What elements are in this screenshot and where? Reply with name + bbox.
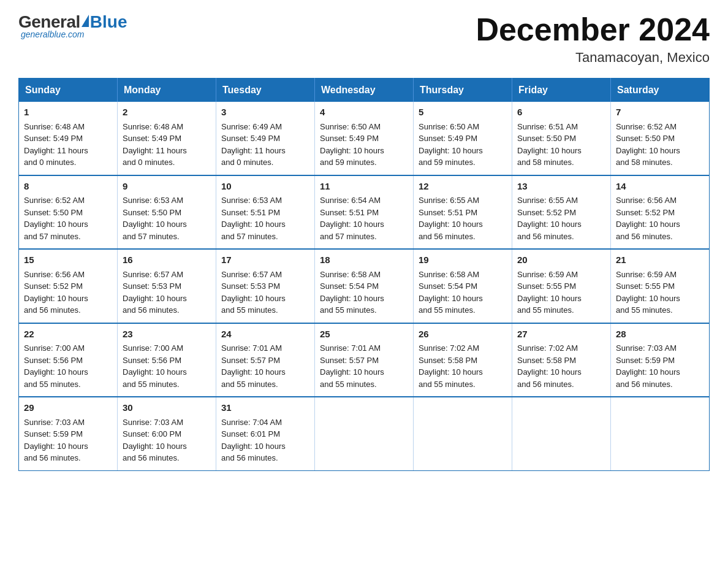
calendar-week-row: 1Sunrise: 6:48 AMSunset: 5:49 PMDaylight…	[19, 102, 710, 175]
day-number: 5	[419, 105, 507, 120]
calendar-cell: 24Sunrise: 7:01 AMSunset: 5:57 PMDayligh…	[216, 323, 315, 397]
calendar-cell	[611, 397, 710, 470]
day-number: 23	[123, 327, 211, 342]
day-number: 25	[320, 327, 408, 342]
logo-triangle-icon	[82, 15, 89, 27]
day-number: 31	[221, 401, 309, 415]
day-info: Sunrise: 6:51 AMSunset: 5:50 PMDaylight:…	[517, 122, 582, 167]
day-info: Sunrise: 7:02 AMSunset: 5:58 PMDaylight:…	[517, 343, 582, 389]
day-info: Sunrise: 6:53 AMSunset: 5:50 PMDaylight:…	[123, 196, 187, 241]
day-info: Sunrise: 6:56 AMSunset: 5:52 PMDaylight:…	[616, 196, 680, 241]
day-number: 14	[616, 180, 704, 194]
day-number: 3	[221, 105, 309, 120]
calendar-cell: 22Sunrise: 7:00 AMSunset: 5:56 PMDayligh…	[19, 323, 118, 397]
day-info: Sunrise: 6:55 AMSunset: 5:51 PMDaylight:…	[419, 196, 483, 241]
day-number: 11	[320, 180, 408, 194]
calendar-cell: 5Sunrise: 6:50 AMSunset: 5:49 PMDaylight…	[414, 102, 512, 175]
day-info: Sunrise: 6:50 AMSunset: 5:49 PMDaylight:…	[419, 122, 483, 167]
day-info: Sunrise: 7:03 AMSunset: 5:59 PMDaylight:…	[616, 343, 680, 389]
day-number: 21	[616, 253, 704, 267]
calendar-cell: 31Sunrise: 7:04 AMSunset: 6:01 PMDayligh…	[216, 397, 315, 470]
day-number: 4	[320, 105, 408, 120]
calendar-cell: 7Sunrise: 6:52 AMSunset: 5:50 PMDaylight…	[611, 102, 710, 175]
calendar-cell: 30Sunrise: 7:03 AMSunset: 6:00 PMDayligh…	[118, 397, 216, 470]
day-number: 13	[517, 180, 605, 194]
day-info: Sunrise: 6:58 AMSunset: 5:54 PMDaylight:…	[419, 270, 483, 315]
calendar-cell: 14Sunrise: 6:56 AMSunset: 5:52 PMDayligh…	[611, 175, 710, 250]
day-number: 22	[24, 327, 112, 342]
day-number: 26	[419, 327, 507, 342]
calendar-cell: 25Sunrise: 7:01 AMSunset: 5:57 PMDayligh…	[315, 323, 414, 397]
day-info: Sunrise: 7:03 AMSunset: 6:00 PMDaylight:…	[123, 418, 187, 463]
day-number: 12	[419, 180, 507, 194]
calendar-cell: 29Sunrise: 7:03 AMSunset: 5:59 PMDayligh…	[19, 397, 118, 470]
calendar-table: SundayMondayTuesdayWednesdayThursdayFrid…	[18, 78, 710, 471]
calendar-cell: 6Sunrise: 6:51 AMSunset: 5:50 PMDaylight…	[512, 102, 611, 175]
calendar-week-row: 22Sunrise: 7:00 AMSunset: 5:56 PMDayligh…	[19, 323, 710, 397]
calendar-cell: 18Sunrise: 6:58 AMSunset: 5:54 PMDayligh…	[315, 249, 414, 323]
day-info: Sunrise: 7:00 AMSunset: 5:56 PMDaylight:…	[24, 343, 88, 389]
header-tuesday: Tuesday	[216, 79, 315, 102]
calendar-cell	[512, 397, 611, 470]
calendar-cell: 21Sunrise: 6:59 AMSunset: 5:55 PMDayligh…	[611, 249, 710, 323]
day-info: Sunrise: 7:01 AMSunset: 5:57 PMDaylight:…	[221, 343, 286, 389]
calendar-cell: 1Sunrise: 6:48 AMSunset: 5:49 PMDaylight…	[19, 102, 118, 175]
month-title: December 2024	[476, 12, 710, 47]
day-info: Sunrise: 6:59 AMSunset: 5:55 PMDaylight:…	[616, 270, 680, 315]
calendar-header-row: SundayMondayTuesdayWednesdayThursdayFrid…	[19, 79, 710, 102]
day-info: Sunrise: 7:03 AMSunset: 5:59 PMDaylight:…	[24, 418, 88, 463]
day-info: Sunrise: 7:04 AMSunset: 6:01 PMDaylight:…	[221, 418, 286, 463]
day-number: 28	[616, 327, 704, 342]
day-number: 6	[517, 105, 605, 120]
day-info: Sunrise: 7:01 AMSunset: 5:57 PMDaylight:…	[320, 343, 384, 389]
day-number: 15	[24, 253, 112, 267]
calendar-cell: 11Sunrise: 6:54 AMSunset: 5:51 PMDayligh…	[315, 175, 414, 250]
header-monday: Monday	[118, 79, 216, 102]
day-number: 2	[123, 105, 211, 120]
day-number: 30	[123, 401, 211, 415]
day-number: 19	[419, 253, 507, 267]
day-number: 18	[320, 253, 408, 267]
calendar-cell: 9Sunrise: 6:53 AMSunset: 5:50 PMDaylight…	[118, 175, 216, 250]
day-info: Sunrise: 6:50 AMSunset: 5:49 PMDaylight:…	[320, 122, 384, 167]
calendar-cell: 8Sunrise: 6:52 AMSunset: 5:50 PMDaylight…	[19, 175, 118, 250]
header-wednesday: Wednesday	[315, 79, 414, 102]
title-block: December 2024 Tanamacoyan, Mexico	[476, 12, 710, 66]
day-info: Sunrise: 6:57 AMSunset: 5:53 PMDaylight:…	[123, 270, 187, 315]
calendar-cell: 16Sunrise: 6:57 AMSunset: 5:53 PMDayligh…	[118, 249, 216, 323]
day-info: Sunrise: 6:57 AMSunset: 5:53 PMDaylight:…	[221, 270, 286, 315]
day-number: 29	[24, 401, 112, 415]
day-number: 8	[24, 180, 112, 194]
calendar-week-row: 8Sunrise: 6:52 AMSunset: 5:50 PMDaylight…	[19, 175, 710, 250]
calendar-week-row: 15Sunrise: 6:56 AMSunset: 5:52 PMDayligh…	[19, 249, 710, 323]
calendar-cell: 12Sunrise: 6:55 AMSunset: 5:51 PMDayligh…	[414, 175, 512, 250]
day-number: 16	[123, 253, 211, 267]
day-number: 9	[123, 180, 211, 194]
day-number: 1	[24, 105, 112, 120]
header-friday: Friday	[512, 79, 611, 102]
calendar-week-row: 29Sunrise: 7:03 AMSunset: 5:59 PMDayligh…	[19, 397, 710, 470]
day-number: 27	[517, 327, 605, 342]
day-number: 24	[221, 327, 309, 342]
calendar-cell: 27Sunrise: 7:02 AMSunset: 5:58 PMDayligh…	[512, 323, 611, 397]
page-header: General Blue generalblue.com December 20…	[18, 12, 710, 66]
day-info: Sunrise: 6:53 AMSunset: 5:51 PMDaylight:…	[221, 196, 286, 241]
day-number: 17	[221, 253, 309, 267]
location-title: Tanamacoyan, Mexico	[476, 50, 710, 66]
calendar-cell: 19Sunrise: 6:58 AMSunset: 5:54 PMDayligh…	[414, 249, 512, 323]
day-info: Sunrise: 6:59 AMSunset: 5:55 PMDaylight:…	[517, 270, 582, 315]
calendar-cell: 23Sunrise: 7:00 AMSunset: 5:56 PMDayligh…	[118, 323, 216, 397]
day-info: Sunrise: 6:54 AMSunset: 5:51 PMDaylight:…	[320, 196, 384, 241]
day-number: 10	[221, 180, 309, 194]
day-info: Sunrise: 6:48 AMSunset: 5:49 PMDaylight:…	[24, 122, 88, 167]
logo: General Blue generalblue.com	[18, 12, 127, 39]
calendar-cell: 17Sunrise: 6:57 AMSunset: 5:53 PMDayligh…	[216, 249, 315, 323]
calendar-cell: 28Sunrise: 7:03 AMSunset: 5:59 PMDayligh…	[611, 323, 710, 397]
day-number: 7	[616, 105, 704, 120]
day-info: Sunrise: 6:49 AMSunset: 5:49 PMDaylight:…	[221, 122, 286, 167]
day-info: Sunrise: 6:58 AMSunset: 5:54 PMDaylight:…	[320, 270, 384, 315]
day-info: Sunrise: 6:56 AMSunset: 5:52 PMDaylight:…	[24, 270, 88, 315]
logo-blue-text: Blue	[90, 12, 127, 32]
calendar-cell: 13Sunrise: 6:55 AMSunset: 5:52 PMDayligh…	[512, 175, 611, 250]
day-info: Sunrise: 6:48 AMSunset: 5:49 PMDaylight:…	[123, 122, 187, 167]
